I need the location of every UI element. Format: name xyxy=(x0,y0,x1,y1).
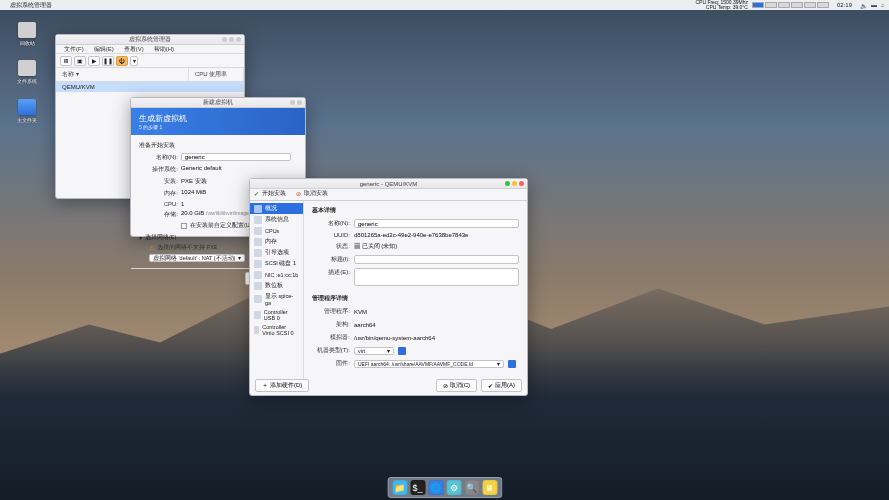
sidebar-item-sysinfo[interactable]: 系统信息 xyxy=(250,214,303,225)
sidebar-item-overview[interactable]: 概况 xyxy=(250,203,303,214)
cancel-icon: ⊘ xyxy=(296,190,301,197)
details-tab-bar: ✔ 开始安装 ⊘ 取消安装 xyxy=(250,189,527,201)
cpu-icon xyxy=(254,227,262,235)
wiz-os-value: Generic default xyxy=(181,165,222,174)
more-button[interactable]: ▾ xyxy=(130,56,138,66)
active-app-name[interactable]: 虚拟系统管理器 xyxy=(10,1,52,10)
open-vm-button[interactable]: ▣ xyxy=(74,56,86,66)
wizard-titlebar[interactable]: 新建虚拟机 xyxy=(131,98,305,108)
menu-file[interactable]: 文件(F) xyxy=(60,45,88,54)
close-icon[interactable] xyxy=(297,100,302,105)
customize-checkbox[interactable] xyxy=(181,223,187,229)
vm-manager-titlebar[interactable]: 虚拟系统管理器 xyxy=(56,35,244,45)
usb-icon xyxy=(254,311,261,319)
desktop-trash-label: 回收站 xyxy=(12,40,42,46)
wiz-os-label: 操作系统: xyxy=(139,165,181,174)
sidebar-item-disk[interactable]: SCSI 磁盘 1 xyxy=(250,258,303,269)
wiz-name-label: 名称(N): xyxy=(139,153,181,162)
menu-view[interactable]: 查看(V) xyxy=(120,45,148,54)
basic-state-value: ▦ 已关闭 (未知) xyxy=(354,242,397,251)
desktop-filesystem-icon[interactable] xyxy=(18,60,36,76)
wiz-name-input[interactable] xyxy=(181,153,291,161)
col-cpu[interactable]: CPU 使用率 xyxy=(189,68,244,81)
col-name[interactable]: 名称 ▾ xyxy=(56,68,189,81)
sidebar-item-usb[interactable]: Controller USB 0 xyxy=(250,307,303,322)
basic-state-label: 状态: xyxy=(312,242,350,251)
wizard-step: 5 的步骤 1 xyxy=(139,124,297,130)
clock[interactable]: 02:19 xyxy=(837,2,852,8)
details-apply-button[interactable]: ✔应用(A) xyxy=(481,379,522,392)
play-button[interactable]: ▶ xyxy=(88,56,100,66)
menu-help[interactable]: 帮助(H) xyxy=(150,45,178,54)
wizard-title: 新建虚拟机 xyxy=(131,98,305,107)
close-icon[interactable] xyxy=(519,181,524,186)
basic-title-input[interactable] xyxy=(354,255,519,264)
net-warning: 选择的网络不支持 PXE xyxy=(157,244,218,251)
machine-type-select[interactable]: virt▾ xyxy=(354,347,394,355)
sidebar-item-cpus[interactable]: CPUs xyxy=(250,225,303,236)
sidebar-item-scsi[interactable]: Controller Virtio SCSI 0 xyxy=(250,322,303,337)
memory-icon xyxy=(254,238,262,246)
wiz-storage-label: 存储: xyxy=(139,210,181,219)
vm-manager-title: 虚拟系统管理器 xyxy=(56,35,244,44)
wizard-heading: 生成新虚拟机 xyxy=(139,113,297,124)
expand-network-icon[interactable]: ▾ xyxy=(139,235,142,241)
overview-icon xyxy=(254,205,262,213)
wizard-header: 生成新虚拟机 5 的步骤 1 xyxy=(131,108,305,135)
volume-icon[interactable]: 🔈 xyxy=(860,2,867,9)
check-icon: ✔ xyxy=(488,382,493,389)
hyp-value: KVM xyxy=(354,309,367,315)
tab-begin-install[interactable]: ✔ 开始安装 xyxy=(254,189,286,200)
maximize-icon[interactable] xyxy=(229,37,234,42)
shutdown-button[interactable]: ⏻ xyxy=(116,56,128,66)
pause-button[interactable]: ❚❚ xyxy=(102,56,114,66)
section-basic-title: 基本详情 xyxy=(312,206,519,215)
sidebar-item-boot[interactable]: 引导选项 xyxy=(250,247,303,258)
sysinfo-icon xyxy=(254,216,262,224)
sidebar-item-nic[interactable]: NIC :e1:cc:1b xyxy=(250,269,303,280)
emulator-value: /usr/bin/qemu-system-aarch64 xyxy=(354,335,435,341)
minimize-icon[interactable] xyxy=(505,181,510,186)
terminal-app-icon[interactable]: $_ xyxy=(410,480,425,495)
tab-cancel-install[interactable]: ⊘ 取消安装 xyxy=(296,189,328,200)
network-select[interactable]: 虚拟网络 'default' : NAT (不活动)▾ xyxy=(149,254,245,262)
sidebar-item-display[interactable]: 显示 spice-ga xyxy=(250,291,303,307)
sidebar-item-tablet[interactable]: 数位板 xyxy=(250,280,303,291)
sort-indicator-icon: ▾ xyxy=(76,71,79,77)
emulator-label: 模拟器: xyxy=(312,333,350,342)
sidebar-item-memory[interactable]: 内存 xyxy=(250,236,303,247)
wiz-mem-value: 1024 MiB xyxy=(181,189,206,198)
battery-icon[interactable]: ▬ xyxy=(871,2,877,8)
vm-list-row[interactable]: QEMU/KVM xyxy=(56,82,244,92)
desktop-home-icon[interactable] xyxy=(18,99,36,115)
details-cancel-button[interactable]: ⊘取消(C) xyxy=(436,379,477,392)
close-icon[interactable] xyxy=(236,37,241,42)
minimize-icon[interactable] xyxy=(222,37,227,42)
search-icon[interactable]: ⌕ xyxy=(881,2,885,8)
vm-manager-app-icon[interactable]: 🖥 xyxy=(482,480,497,495)
search-app-icon[interactable]: 🔍 xyxy=(464,480,479,495)
firmware-info-button[interactable] xyxy=(508,360,516,368)
display-icon xyxy=(254,295,262,303)
desktop-trash-icon[interactable] xyxy=(18,22,36,38)
menu-edit[interactable]: 编辑(E) xyxy=(90,45,118,54)
machine-label: 机器类型(T): xyxy=(312,346,350,355)
browser-app-icon[interactable]: 🌐 xyxy=(428,480,443,495)
machine-info-button[interactable] xyxy=(398,347,406,355)
add-hardware-button[interactable]: ＋添加硬件(D) xyxy=(255,379,309,392)
basic-desc-input[interactable] xyxy=(354,268,519,286)
firmware-select[interactable]: UEFI aarch64: /usr/share/AAVMF/AAVMF_COD… xyxy=(354,360,504,368)
details-titlebar[interactable]: generic - QEMU/KVM xyxy=(250,179,527,189)
files-app-icon[interactable]: 📁 xyxy=(392,480,407,495)
new-vm-button[interactable]: 🖥 xyxy=(60,56,72,66)
details-sidebar: 概况 系统信息 CPUs 内存 引导选项 SCSI 磁盘 1 NIC :e1:c… xyxy=(250,201,304,381)
maximize-icon[interactable] xyxy=(512,181,517,186)
basic-name-input[interactable] xyxy=(354,219,519,228)
settings-app-icon[interactable]: ⚙ xyxy=(446,480,461,495)
vm-details-window: generic - QEMU/KVM ✔ 开始安装 ⊘ 取消安装 概况 系统信息… xyxy=(249,178,528,396)
wiz-install-label: 安装: xyxy=(139,177,181,186)
close-icon[interactable] xyxy=(290,100,295,105)
wiz-mem-label: 内存: xyxy=(139,189,181,198)
vm-list-header: 名称 ▾ CPU 使用率 xyxy=(56,68,244,82)
wiz-storage-value: 20.0 GiB xyxy=(181,210,204,216)
